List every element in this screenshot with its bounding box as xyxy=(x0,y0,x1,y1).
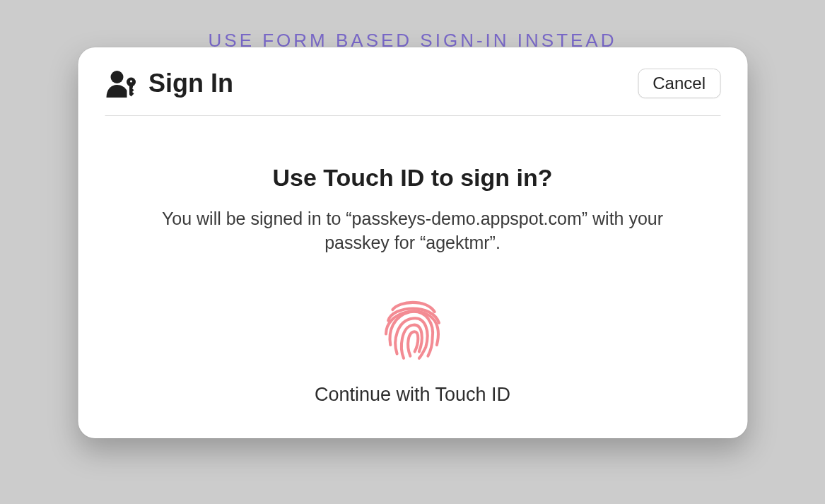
prompt-heading: Use Touch ID to sign in? xyxy=(105,164,720,192)
dialog-title: Sign In xyxy=(148,69,233,98)
cancel-button[interactable]: Cancel xyxy=(638,69,720,98)
dialog-header: Sign In Cancel xyxy=(105,69,720,116)
dialog-title-group: Sign In xyxy=(105,69,233,98)
sign-in-dialog: Sign In Cancel Use Touch ID to sign in? … xyxy=(78,47,747,438)
passkey-icon xyxy=(105,69,141,98)
continue-with-touch-id-label: Continue with Touch ID xyxy=(105,384,720,406)
svg-point-0 xyxy=(110,71,123,83)
dialog-body: Use Touch ID to sign in? You will be sig… xyxy=(105,116,720,406)
prompt-description: You will be signed in to “passkeys-demo.… xyxy=(144,207,681,255)
fingerprint-icon xyxy=(378,292,448,363)
touch-id-sensor[interactable] xyxy=(105,292,720,363)
svg-point-2 xyxy=(129,80,131,82)
